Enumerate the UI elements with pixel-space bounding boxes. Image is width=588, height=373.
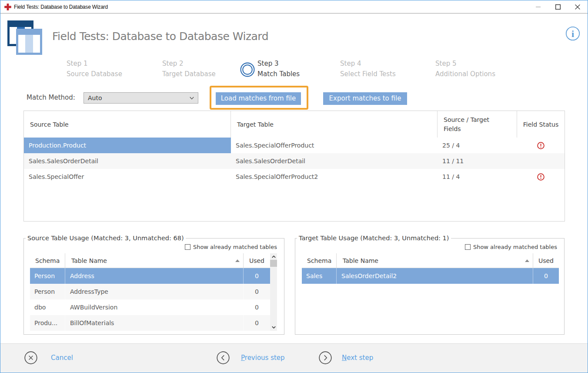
match-method-select[interactable]: Auto: [84, 92, 198, 104]
target-usage-title: Target Table Usage (Matched: 3, Unmatche…: [297, 235, 451, 242]
source-table-cell[interactable]: Sales.SalesOrderDetail: [24, 153, 231, 169]
logo-stripe: [25, 35, 33, 53]
schema-cell: Sales: [302, 268, 337, 284]
column-header[interactable]: Table Name: [65, 253, 244, 268]
target-table-cell[interactable]: Sales.SpecialOfferProduct: [231, 138, 438, 153]
step-label: Step 4: [340, 60, 396, 70]
match-tables-grid: Source TableTarget TableSource / Target …: [23, 111, 565, 222]
column-header[interactable]: Target Table: [231, 111, 438, 138]
match-grid-row[interactable]: Sales.SalesOrderDetailSales.SalesOrderDe…: [24, 153, 565, 169]
minimize-button[interactable]: [528, 0, 548, 13]
scrollbar-thumb[interactable]: [270, 260, 277, 267]
match-grid-rows: Production.ProductSales.SpecialOfferProd…: [24, 138, 565, 185]
column-header[interactable]: Source Table: [24, 111, 231, 138]
step-item-4: Step 4Select Field Tests: [340, 60, 396, 78]
next-step-button[interactable]: Next step: [342, 351, 373, 364]
target-table-cell[interactable]: Sales.SpecialOfferProduct2: [231, 169, 438, 185]
error-status-icon: [537, 142, 545, 149]
match-method-label: Match Method:: [27, 94, 75, 101]
schema-cell: Person: [30, 284, 65, 299]
target-usage-table: SchemaTable NameUsed SalesSalesOrderDeta…: [302, 253, 559, 331]
table-name-cell: AWBuildVersion: [65, 299, 244, 315]
match-grid-row[interactable]: Sales.SpecialOfferSales.SpecialOfferProd…: [24, 169, 565, 185]
source-show-matched-checkbox[interactable]: Show already matched tables: [185, 243, 277, 251]
info-icon[interactable]: i: [565, 26, 580, 41]
used-cell: 0: [533, 268, 559, 284]
step-item-3: Step 3Match Tables: [257, 60, 300, 78]
step-label: Step 5: [435, 60, 495, 70]
source-usage-title: Source Table Usage (Matched: 3, Unmatche…: [26, 235, 186, 242]
usage-table-row[interactable]: dboAWBuildVersion0: [30, 299, 277, 315]
previous-step-icon[interactable]: [217, 351, 230, 364]
sort-ascending-icon: [525, 259, 529, 262]
column-header-text: Source / Target Fields: [444, 115, 501, 134]
sort-ascending-icon: [235, 259, 240, 262]
step-name: Additional Options: [435, 70, 495, 78]
source-table-cell[interactable]: Production.Product: [24, 138, 231, 153]
source-table-cell[interactable]: Sales.SpecialOffer: [24, 169, 231, 185]
scroll-down-icon[interactable]: [270, 324, 277, 331]
column-header[interactable]: Source / Target Fields: [438, 111, 517, 138]
usage-table-rows: PersonAddress0PersonAddressType0dboAWBui…: [30, 268, 277, 331]
close-button[interactable]: [568, 0, 587, 13]
match-grid-row[interactable]: Production.ProductSales.SpecialOfferProd…: [24, 138, 565, 153]
field-status-cell: [517, 138, 565, 153]
minimize-icon: [536, 7, 541, 7]
load-matches-button[interactable]: Load matches from file: [216, 92, 301, 105]
scroll-up-icon[interactable]: [270, 253, 277, 260]
table-name-cell: Address: [65, 268, 244, 284]
usage-table-row[interactable]: PersonAddress0: [30, 268, 277, 284]
usage-table-rows: SalesSalesOrderDetail20: [302, 268, 559, 284]
schema-cell: Person: [30, 268, 65, 284]
cancel-icon[interactable]: [24, 351, 37, 364]
checkbox-label: Show already matched tables: [473, 244, 557, 250]
column-header[interactable]: Schema: [30, 253, 65, 268]
source-usage-table: SchemaTable NameUsed PersonAddress0Perso…: [30, 253, 277, 331]
step-item-1: Step 1Source Database: [67, 60, 122, 78]
active-step-icon: [240, 62, 255, 77]
match-method-value: Auto: [88, 94, 102, 101]
usage-table-row[interactable]: Produ...BillOfMaterials0: [30, 315, 277, 331]
column-header[interactable]: Table Name: [337, 253, 533, 268]
source-usage-groupbox: Source Table Usage (Matched: 3, Unmatche…: [23, 238, 284, 335]
checkbox-icon[interactable]: [465, 244, 471, 250]
window-title: Field Tests: Database to Database Wizard: [14, 0, 108, 13]
column-header[interactable]: Used: [533, 253, 559, 268]
step-item-5: Step 5Additional Options: [435, 60, 495, 78]
column-header[interactable]: Field Status: [517, 111, 565, 138]
step-name: Match Tables: [257, 70, 300, 78]
footer-bar: Cancel Previous step Next step: [0, 343, 588, 373]
checkbox-icon[interactable]: [185, 244, 190, 250]
checkbox-label: Show already matched tables: [193, 244, 277, 250]
error-status-icon: [537, 173, 545, 181]
schema-cell: dbo: [30, 299, 65, 315]
step-name: Select Field Tests: [340, 70, 396, 78]
schema-cell: Produ...: [30, 315, 65, 331]
next-step-icon[interactable]: [319, 351, 332, 364]
maximize-icon: [555, 4, 561, 10]
match-grid-header: Source TableTarget TableSource / Target …: [24, 111, 565, 138]
column-header[interactable]: Schema: [302, 253, 337, 268]
usage-table-header: SchemaTable NameUsed: [30, 253, 277, 268]
step-label: Step 2: [162, 60, 216, 70]
target-usage-groupbox: Target Table Usage (Matched: 3, Unmatche…: [295, 238, 565, 335]
export-matches-button[interactable]: Export matches to file: [323, 92, 407, 105]
field-status-cell: [517, 169, 565, 185]
used-cell: 0: [244, 284, 270, 299]
field-status-cell: [517, 153, 565, 169]
maximize-button[interactable]: [548, 0, 568, 13]
previous-step-button[interactable]: Previous step: [241, 351, 285, 364]
step-label: Step 3: [257, 60, 300, 70]
chevron-down-icon: [190, 97, 194, 100]
target-show-matched-checkbox[interactable]: Show already matched tables: [465, 243, 557, 251]
target-table-cell[interactable]: Sales.SalesOrderDetail: [231, 153, 438, 169]
table-name-cell: BillOfMaterials: [65, 315, 244, 331]
usage-table-row[interactable]: PersonAddressType0: [30, 284, 277, 299]
title-bar: Field Tests: Database to Database Wizard: [0, 0, 588, 13]
scrollbar[interactable]: [270, 253, 277, 331]
column-header[interactable]: Used: [244, 253, 270, 268]
svg-text:i: i: [571, 28, 574, 39]
step-name: Source Database: [67, 70, 122, 78]
usage-table-row[interactable]: SalesSalesOrderDetail20: [302, 268, 559, 284]
cancel-button[interactable]: Cancel: [51, 351, 73, 364]
